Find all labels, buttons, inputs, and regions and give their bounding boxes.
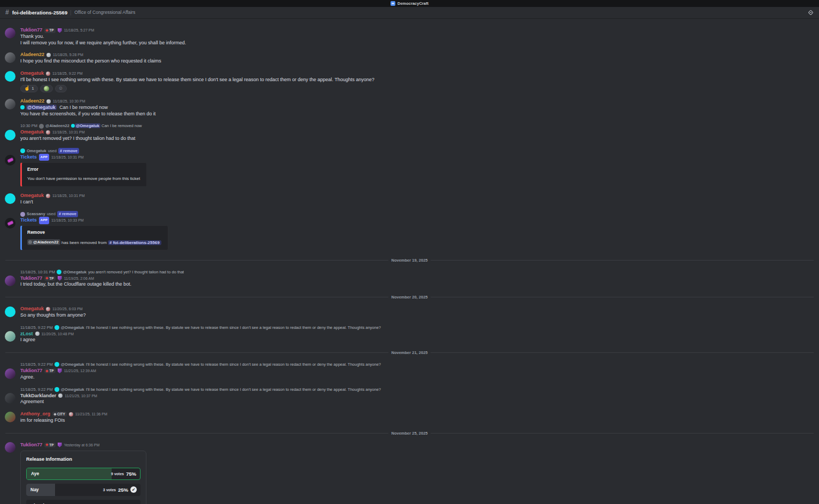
user-mention[interactable]: @Omegatuk (75, 123, 100, 128)
message-row: zLost11/20/25, 10:48 PMI agree (0, 330, 819, 343)
message-content: Aladeen2211/18/25, 5:28 PMI hope you fin… (20, 52, 819, 65)
threads-icon[interactable] (808, 10, 814, 15)
avatar[interactable] (5, 155, 15, 166)
username[interactable]: Tuklion77 (20, 27, 42, 34)
header-divider (71, 10, 71, 15)
poll-option[interactable]: Nay3 votes25%✔ (26, 484, 141, 496)
timestamp: 11/21/25, 11:36 PM (75, 411, 107, 418)
message-text: So any thoughts from anyone? (20, 312, 819, 319)
reply-author-name[interactable]: @Omegatuk (61, 387, 84, 393)
reply-preview[interactable]: 11/18/25, 10:31 PM@Omegatukyou aren't re… (20, 269, 819, 275)
reply-author-name[interactable]: Scassany (27, 211, 45, 217)
message-gutter (0, 27, 20, 46)
command-pill[interactable]: # remove (58, 148, 79, 154)
message-row: Omegatuk11/18/25, 9:22 PMI'll be honest … (0, 70, 819, 93)
text-segment: Can I be removed now (58, 105, 108, 110)
message-gutter (0, 217, 20, 250)
avatar[interactable] (5, 193, 15, 204)
message-group: Tuklion77TPYesterday at 6:36 PMRelease I… (0, 442, 819, 504)
reaction-count: 1 (32, 85, 34, 92)
avatar[interactable] (5, 99, 15, 109)
poll-option-label: Nay (26, 487, 39, 493)
poll-option[interactable]: Abstain0 votes0% (26, 500, 141, 504)
username[interactable]: Omegatuk (20, 306, 44, 312)
message-content: Tuklion77TP11/19/25, 2:06 AMI tried toda… (20, 275, 819, 288)
avatar[interactable] (5, 442, 15, 453)
username[interactable]: Omegatuk (20, 129, 44, 136)
avatar[interactable] (5, 306, 15, 317)
reaction[interactable] (40, 85, 53, 92)
avatar[interactable] (5, 218, 15, 229)
reaction[interactable]: ☝1 (20, 85, 38, 92)
reply-author-name[interactable]: @Omegatuk (63, 269, 87, 275)
divider-line (5, 352, 388, 353)
username[interactable]: Aladeen22 (20, 98, 44, 105)
username[interactable]: Omegatuk (20, 70, 44, 77)
avatar[interactable] (5, 28, 15, 38)
reply-author-name[interactable]: @Omegatuk (61, 325, 84, 331)
message-row: TukkDarklander11/21/25, 10:37 PMAgreemen… (0, 392, 819, 405)
avatar[interactable] (5, 393, 15, 404)
message-header: TicketsAPP11/18/25, 10:31 PM (20, 154, 819, 161)
reply-content: @Omegatuk Can I be removed now (71, 123, 142, 129)
message-group: Scassanyused# removeTicketsAPP11/18/25, … (0, 211, 819, 250)
reply-preview[interactable]: 11/18/25, 9:22 PM@OmegatukI'll be honest… (20, 361, 819, 368)
username[interactable]: Tickets (20, 154, 37, 161)
message-header: Aladeen2211/18/25, 10:30 PM (20, 98, 819, 105)
avatar[interactable] (5, 368, 15, 379)
avatar[interactable] (5, 71, 15, 82)
avatar[interactable] (5, 130, 15, 140)
user-mention[interactable]: @Omegatuk (26, 105, 57, 110)
add-reaction-button[interactable]: ☺ (55, 85, 67, 92)
message-header: Anthony_orgCITY11/21/25, 11:36 PM (20, 411, 819, 418)
poll-option-votes: 3 votes (103, 487, 116, 493)
channel-mention[interactable]: # foi-deliberations-25569 (108, 240, 161, 245)
date-divider-label: November 25, 2025 (388, 430, 431, 437)
role-tag-label: CITY (57, 411, 65, 418)
role-tag-badge: TP (44, 368, 55, 373)
username[interactable]: zLost (20, 331, 33, 337)
used-label: used (47, 211, 56, 217)
vote-check-icon: ✔ (130, 486, 137, 493)
username[interactable]: Omegatuk (20, 193, 44, 199)
reply-author-name[interactable]: Omegatuk (27, 148, 46, 154)
username[interactable]: TukkDarklander (20, 393, 56, 399)
reply-author-avatar (20, 148, 25, 153)
role-icon (35, 332, 40, 336)
avatar[interactable] (5, 52, 15, 63)
app-badge: APP (39, 154, 49, 161)
window-titlebar: DemocracyCraft (0, 0, 819, 7)
reply-preview[interactable]: 11/18/25, 9:22 PM@OmegatukI'll be honest… (20, 386, 819, 392)
username[interactable]: Tuklion77 (20, 442, 42, 448)
poll-option[interactable]: Aye9 votes75% (26, 468, 141, 480)
channel-name[interactable]: foi-deliberations-25569 (12, 10, 67, 16)
message-row: Tuklion77TP11/21/25, 12:39 AMAgree. (0, 368, 819, 381)
avatar[interactable] (5, 275, 15, 286)
message-group: Omegatuk11/18/25, 9:22 PMI'll be honest … (0, 70, 819, 93)
command-pill[interactable]: # remove (57, 211, 78, 217)
command-context[interactable]: Scassanyused# remove (20, 211, 819, 217)
message-text: I tried today, but the Cloudflare outage… (20, 281, 819, 288)
avatar[interactable] (5, 412, 15, 422)
role-tag-badge: TP (44, 276, 55, 281)
username[interactable]: Tuklion77 (20, 368, 42, 374)
embed-title: Error (27, 167, 140, 173)
avatar[interactable] (5, 331, 15, 342)
message-row: Tuklion77TP11/19/25, 2:06 AMI tried toda… (0, 275, 819, 288)
user-mention[interactable]: @Aladeen22 (27, 239, 60, 246)
username[interactable]: Aladeen22 (20, 52, 44, 58)
reply-timestamp: 11/18/25, 9:22 PM (20, 361, 53, 368)
command-context[interactable]: Omegatukused# remove (20, 148, 819, 154)
username[interactable]: Tuklion77 (20, 275, 42, 282)
reply-author-name[interactable]: @Omegatuk (61, 361, 84, 368)
username[interactable]: Tickets (20, 217, 37, 224)
channel-topic[interactable]: Office of Congressional Affairs (74, 10, 135, 16)
message-group: 11/18/25, 9:22 PM@OmegatukI'll be honest… (0, 361, 819, 381)
message-text: You have the screenshots, if you vote to… (20, 111, 819, 117)
app-badge: APP (39, 217, 49, 224)
reply-author-name[interactable]: @Aladeen22 (45, 123, 69, 129)
reply-preview[interactable]: 10:30 PM@Aladeen22@Omegatuk Can I be rem… (20, 123, 819, 129)
poll-option-stats: 3 votes25%✔ (103, 486, 141, 493)
username[interactable]: Anthony_org (20, 411, 50, 418)
reply-preview[interactable]: 11/18/25, 9:22 PM@OmegatukI'll be honest… (20, 324, 819, 330)
